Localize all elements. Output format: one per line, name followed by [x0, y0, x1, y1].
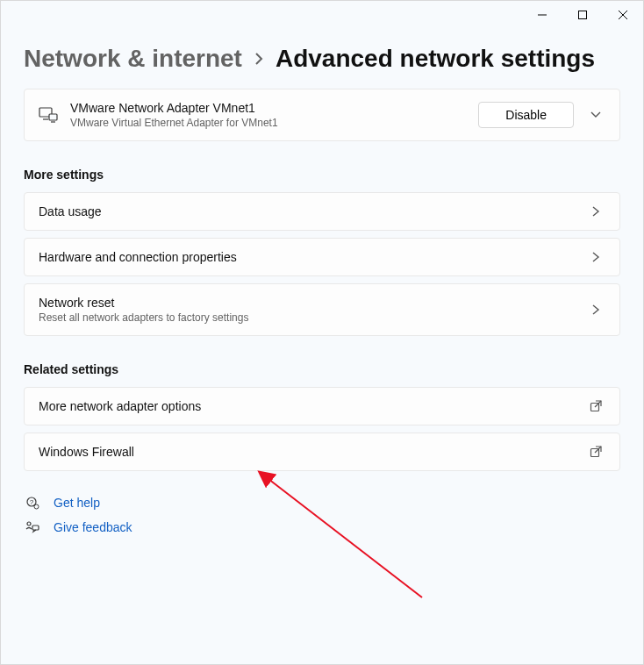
- close-button[interactable]: [603, 1, 643, 29]
- maximize-icon: [578, 11, 587, 19]
- network-reset-row[interactable]: Network reset Reset all network adapters…: [24, 283, 620, 336]
- adapter-title: VMware Network Adapter VMnet1: [70, 101, 466, 115]
- svg-point-14: [34, 504, 39, 509]
- svg-text:?: ?: [30, 498, 34, 506]
- svg-line-11: [595, 447, 601, 453]
- feedback-icon: [24, 520, 41, 534]
- chevron-right-icon: [254, 52, 263, 66]
- give-feedback-label: Give feedback: [54, 520, 132, 534]
- svg-rect-16: [32, 526, 39, 530]
- chevron-down-icon: [586, 111, 605, 119]
- more-adapter-options-row[interactable]: More network adapter options: [24, 387, 620, 425]
- titlebar: [1, 1, 643, 29]
- network-adapter-icon: [39, 107, 58, 123]
- breadcrumb-parent[interactable]: Network & internet: [24, 45, 242, 73]
- data-usage-label: Data usage: [39, 204, 574, 218]
- maximize-button[interactable]: [562, 1, 603, 29]
- give-feedback-link[interactable]: Give feedback: [24, 520, 620, 534]
- minimize-icon: [538, 11, 547, 19]
- svg-line-9: [595, 401, 601, 407]
- chevron-right-icon: [586, 205, 605, 218]
- adapter-subtitle: VMware Virtual Ethernet Adapter for VMne…: [70, 117, 466, 129]
- section-more-settings: More settings: [24, 168, 620, 182]
- minimize-button[interactable]: [522, 1, 562, 29]
- svg-rect-6: [49, 114, 57, 120]
- hardware-connection-label: Hardware and connection properties: [39, 250, 574, 264]
- disable-button[interactable]: Disable: [478, 102, 574, 128]
- help-icon: ?: [24, 496, 41, 510]
- more-adapter-options-label: More network adapter options: [39, 399, 574, 413]
- page-title: Advanced network settings: [275, 45, 595, 73]
- svg-rect-1: [579, 11, 587, 19]
- breadcrumb: Network & internet Advanced network sett…: [24, 45, 620, 73]
- network-reset-label: Network reset: [39, 296, 574, 310]
- svg-point-15: [27, 522, 31, 526]
- external-link-icon: [586, 400, 605, 412]
- windows-firewall-row[interactable]: Windows Firewall: [24, 433, 620, 471]
- chevron-right-icon: [586, 251, 605, 263]
- settings-window: Network & internet Advanced network sett…: [0, 0, 644, 665]
- data-usage-row[interactable]: Data usage: [24, 192, 620, 231]
- windows-firewall-label: Windows Firewall: [39, 445, 574, 459]
- hardware-connection-row[interactable]: Hardware and connection properties: [24, 238, 620, 276]
- get-help-link[interactable]: ? Get help: [24, 496, 620, 510]
- close-icon: [619, 11, 627, 19]
- get-help-label: Get help: [54, 496, 100, 510]
- network-adapter-card[interactable]: VMware Network Adapter VMnet1 VMware Vir…: [24, 89, 620, 141]
- external-link-icon: [586, 446, 605, 458]
- section-related-settings: Related settings: [24, 362, 620, 376]
- network-reset-sub: Reset all network adapters to factory se…: [39, 311, 574, 324]
- chevron-right-icon: [586, 304, 605, 316]
